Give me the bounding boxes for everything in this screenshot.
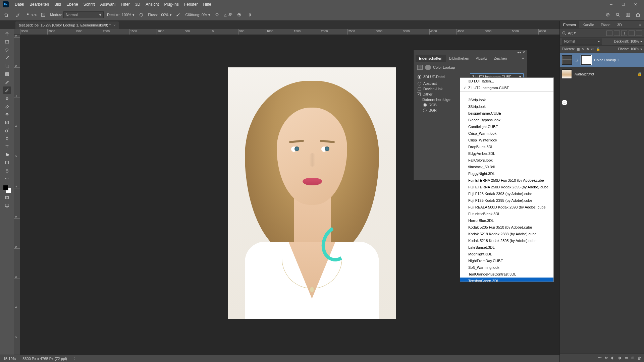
quickmask-icon[interactable] [3, 194, 11, 201]
lut-option[interactable]: Fuji F125 Kodak 2393 (by Adobe).cube [460, 190, 553, 197]
tab-kanaele[interactable]: Kanäle [579, 21, 597, 29]
lut-option[interactable]: Crisp_Winter.look [460, 137, 553, 143]
adjustment-add-icon[interactable]: ◑ [618, 356, 621, 360]
layers-panel-menu-icon[interactable]: ≡ [637, 23, 644, 27]
cloud-docs-icon[interactable] [604, 11, 611, 18]
menu-filter[interactable]: Filter [118, 2, 132, 7]
lock-icon[interactable]: 🔒 [637, 72, 642, 76]
fx-icon[interactable]: fx [605, 356, 608, 360]
lut-option[interactable]: 3Strip.look [460, 103, 553, 110]
type-tool[interactable] [3, 143, 11, 150]
gradient-tool[interactable] [3, 119, 11, 126]
hand-tool[interactable] [3, 167, 11, 174]
document-tab[interactable]: test.psdc bei 15,2% (Color Lookup 1, Ebe… [15, 21, 119, 29]
lut-option[interactable]: DropBlues.3DL [460, 143, 553, 150]
minimize-button[interactable]: ─ [605, 1, 617, 8]
lut-option[interactable]: Z LUT2 Instagram.CUBE [460, 84, 553, 92]
pressure-opacity-icon[interactable] [138, 11, 145, 18]
lock-artboard-icon[interactable]: ▭ [591, 47, 594, 51]
lut-option[interactable]: FuturisticBleak.3DL [460, 210, 553, 217]
tab-bibliotheken[interactable]: Bibliotheken [446, 55, 473, 62]
flow-value[interactable]: 100% [159, 13, 168, 17]
magic-wand-tool[interactable] [3, 54, 11, 62]
pressure-size-icon[interactable] [236, 11, 243, 18]
blend-mode-select[interactable]: Normal▾ [63, 11, 104, 18]
visibility-icon[interactable] [562, 100, 567, 105]
layer-row[interactable]: Hintergrund🔒 [560, 67, 644, 81]
layer-blend-select[interactable]: Normal▾ [562, 39, 602, 45]
move-tool[interactable] [3, 30, 11, 38]
tab-eigenschaften[interactable]: Eigenschaften [416, 55, 446, 62]
panel-menu-icon[interactable]: ≡ [520, 56, 527, 60]
tab-ebenen[interactable]: Ebenen [560, 21, 579, 29]
lut-option[interactable]: Kodak 5218 Kodak 2395 (by Adobe).cube [460, 237, 553, 244]
mask-icon[interactable] [425, 65, 431, 70]
lut-option[interactable]: TensionGreen.3DL [460, 278, 553, 282]
close-panel-icon[interactable]: × [523, 50, 525, 55]
home-icon[interactable] [3, 11, 10, 18]
lut-option[interactable]: LateSunset.3DL [460, 244, 553, 251]
clone-stamp-tool[interactable] [3, 95, 11, 102]
radio-3dlut[interactable] [418, 75, 421, 79]
layer-opacity-value[interactable]: 100% [630, 40, 639, 43]
lut-option[interactable]: EdgyAmber.3DL [460, 150, 553, 157]
menu-datei[interactable]: Datei [12, 2, 27, 7]
lut-option[interactable]: NightFromDay.CUBE [460, 257, 553, 264]
lut-option[interactable]: beispielname.CUBE [460, 110, 553, 117]
healing-tool[interactable] [3, 111, 11, 118]
eyedropper-tool[interactable] [3, 78, 11, 86]
radio-abstract[interactable] [418, 82, 421, 85]
close-window-button[interactable]: ✕ [629, 1, 641, 8]
menu-fenster[interactable]: Fenster [181, 2, 201, 7]
menu-hilfe[interactable]: Hilfe [201, 2, 214, 7]
lut-option[interactable]: filmstock_50.3dl [460, 164, 553, 170]
delete-layer-icon[interactable]: 🗑 [638, 356, 641, 360]
layer-name[interactable]: Hintergrund [575, 72, 594, 76]
lasso-tool[interactable] [3, 46, 11, 54]
menu-schrift[interactable]: Schrift [81, 2, 98, 7]
lut-option[interactable]: FallColors.look [460, 157, 553, 164]
mask-thumb[interactable] [581, 55, 591, 65]
more-tools-icon[interactable]: ⋯ [3, 175, 11, 182]
lut-option[interactable]: Fuji REALA 500D Kodak 2393 (by Adobe).cu… [460, 204, 553, 210]
checkbox-dither[interactable] [417, 93, 421, 96]
crop-tool[interactable] [3, 62, 11, 70]
lut-dropdown-list[interactable]: 3D LUT laden...Z LUT2 Instagram.CUBE2Str… [460, 77, 554, 282]
eraser-tool[interactable] [3, 103, 11, 110]
lut-option[interactable]: Candlelight.CUBE [460, 123, 553, 130]
lut-option[interactable]: 2Strip.look [460, 97, 553, 103]
filter-pixel-icon[interactable] [606, 31, 612, 36]
mask-add-icon[interactable]: ◐ [611, 356, 614, 360]
filter-type-icon[interactable]: T [621, 31, 627, 36]
lut-option[interactable]: Bleach Bypass.look [460, 117, 553, 123]
lut-option[interactable]: Moonlight.3DL [460, 251, 553, 257]
color-swatches[interactable] [3, 185, 11, 193]
menu-ebene[interactable]: Ebene [64, 2, 81, 7]
group-icon[interactable]: ▭ [625, 356, 628, 360]
lut-option[interactable]: Crisp_Warm.look [460, 130, 553, 137]
menu-bearbeiten[interactable]: Bearbeiten [27, 2, 52, 7]
menu-plug-ins[interactable]: Plug-ins [162, 2, 181, 7]
share-icon[interactable] [635, 11, 641, 18]
tool-preset-icon[interactable] [13, 10, 22, 19]
menu-auswahl[interactable]: Auswahl [98, 2, 118, 7]
fill-value[interactable]: 100% [630, 47, 639, 51]
maximize-button[interactable]: ☐ [617, 1, 629, 8]
screenmode-icon[interactable] [3, 202, 11, 209]
lut-option[interactable]: Fuji ETERNA 250D Fuji 3510 (by Adobe).cu… [460, 177, 553, 184]
marquee-tool[interactable] [3, 38, 11, 46]
lut-option[interactable]: Kodak 5205 Fuji 3510 (by Adobe).cube [460, 224, 553, 231]
brush-mask-icon[interactable] [40, 11, 47, 18]
brush-tool[interactable] [3, 86, 11, 94]
filter-smart-icon[interactable] [636, 31, 642, 36]
opacity-value[interactable]: 100% [122, 13, 131, 17]
pen-tool[interactable] [3, 135, 11, 142]
dodge-tool[interactable] [3, 127, 11, 134]
smoothing-options-icon[interactable] [214, 11, 220, 18]
filter-adjust-icon[interactable] [614, 31, 620, 36]
smoothing-value[interactable]: 0% [202, 13, 207, 17]
workspace-icon[interactable] [625, 11, 631, 18]
shape-tool[interactable] [3, 159, 11, 166]
menu-3d[interactable]: 3D [132, 2, 143, 7]
link-layers-icon[interactable]: ⚯ [598, 356, 601, 360]
